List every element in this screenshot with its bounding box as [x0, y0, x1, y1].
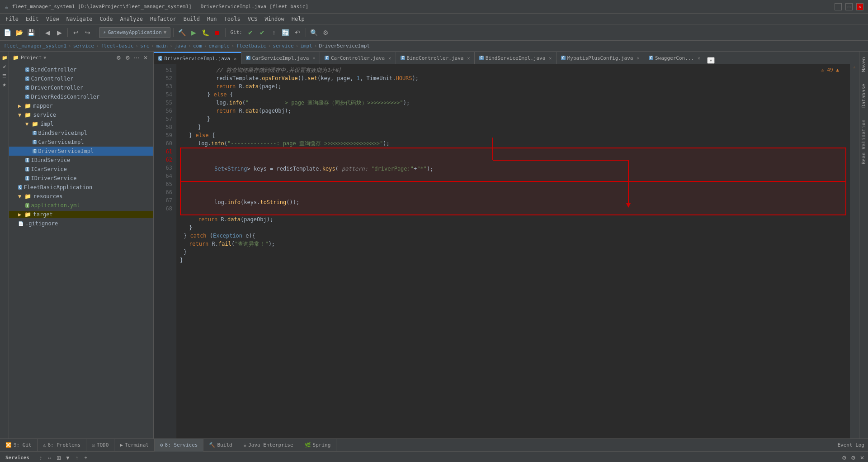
- bc-service2[interactable]: service: [273, 43, 293, 49]
- tab-SwaggerCon[interactable]: C SwaggerCon... ✕: [644, 52, 705, 64]
- menu-navigate[interactable]: Navigate: [63, 14, 96, 24]
- tree-FleetBasicApplication[interactable]: C FleetBasicApplication: [9, 183, 153, 192]
- menu-build[interactable]: Build: [180, 14, 203, 24]
- maximize-button[interactable]: ☐: [845, 3, 853, 10]
- code-editor-content[interactable]: ⚠ 49 ▲ // 将查询结果存储到缓存中,并设置有效期为1小时 redisTe…: [176, 64, 850, 438]
- svc-gear2[interactable]: ⚙: [849, 454, 857, 462]
- tree-IBindService[interactable]: I IBindService: [9, 156, 153, 165]
- btool-build[interactable]: 🔨 Build: [203, 439, 238, 452]
- btool-problems[interactable]: ⚠ 6: Problems: [38, 439, 86, 452]
- tree-ICarService[interactable]: I ICarService: [9, 165, 153, 174]
- menu-view[interactable]: View: [42, 14, 63, 24]
- project-close-btn[interactable]: ✕: [142, 54, 150, 62]
- tree-DriverController[interactable]: C DriverController: [9, 83, 153, 92]
- svc-grid-view[interactable]: ⊞: [55, 454, 63, 462]
- svc-collapse-all[interactable]: ↔: [46, 454, 54, 462]
- toolbar-debug-btn[interactable]: 🐛: [200, 27, 211, 38]
- tab-close-6[interactable]: ✕: [637, 56, 639, 61]
- svc-filter[interactable]: ▼: [64, 454, 72, 462]
- toolbar-forward[interactable]: ▶: [54, 27, 65, 38]
- git-update[interactable]: 🔄: [280, 27, 291, 38]
- toolbar-settings[interactable]: ⚙: [321, 27, 331, 38]
- bc-fleet-basic[interactable]: fleet-basic: [101, 43, 134, 49]
- bean-validation-tab[interactable]: Bean Validation: [860, 116, 868, 168]
- toolbar-new-file[interactable]: 📄: [2, 27, 13, 38]
- tree-DriverServiceImpl[interactable]: C DriverServiceImpl: [9, 147, 153, 156]
- tree-CarServiceImpl[interactable]: C CarServiceImpl: [9, 138, 153, 147]
- database-tab[interactable]: Database: [860, 80, 868, 111]
- btool-terminal[interactable]: ▶ Terminal: [114, 439, 155, 452]
- tree-gitignore[interactable]: 📄 .gitignore: [9, 219, 153, 228]
- svc-expand-all[interactable]: ↕: [37, 454, 45, 462]
- svc-add[interactable]: +: [82, 454, 90, 462]
- sidebar-project-icon[interactable]: 📁: [0, 53, 9, 62]
- tab-close-3[interactable]: ✕: [388, 56, 391, 61]
- menu-window[interactable]: Window: [261, 14, 288, 24]
- bc-java[interactable]: java: [175, 43, 187, 49]
- tree-application-yml[interactable]: Y application.yml: [9, 201, 153, 210]
- tree-target[interactable]: ▶ 📁 target: [9, 210, 153, 219]
- git-check2[interactable]: ✔: [257, 27, 268, 38]
- close-button[interactable]: ✕: [856, 3, 863, 10]
- tabs-overflow-btn[interactable]: ▾: [707, 57, 715, 64]
- menu-run[interactable]: Run: [203, 14, 221, 24]
- toolbar-run-btn[interactable]: ▶: [188, 27, 199, 38]
- btool-services[interactable]: ⚙ 8: Services: [155, 439, 203, 452]
- bc-example[interactable]: example: [208, 43, 229, 49]
- tree-BindServiceImpl[interactable]: C BindServiceImpl: [9, 129, 153, 138]
- tab-close-4[interactable]: ✕: [467, 56, 470, 61]
- menu-edit[interactable]: Edit: [22, 14, 42, 24]
- toolbar-save[interactable]: 💾: [25, 27, 36, 38]
- tree-resources[interactable]: ▼ 📁 resources: [9, 192, 153, 201]
- tree-service-folder[interactable]: ▼ 📁 service: [9, 110, 153, 119]
- toolbar-redo[interactable]: ↪: [82, 27, 93, 38]
- tab-CarServiceImpl[interactable]: C CarServiceImpl.java ✕: [241, 52, 320, 64]
- menu-tools[interactable]: Tools: [221, 14, 244, 24]
- bc-root[interactable]: fleet_manager_system1: [4, 43, 66, 49]
- toolbar-open[interactable]: 📂: [14, 27, 24, 38]
- tab-close-5[interactable]: ✕: [549, 56, 552, 61]
- run-config-selector[interactable]: ⚡ GatewayApplication ▼: [99, 27, 170, 38]
- tree-IDriverService[interactable]: I IDriverService: [9, 174, 153, 183]
- bc-service[interactable]: service: [73, 43, 94, 49]
- tree-mapper[interactable]: ▶ 📁 mapper: [9, 101, 153, 110]
- git-checkmark[interactable]: ✔: [245, 27, 256, 38]
- toolbar-search[interactable]: 🔍: [309, 27, 320, 38]
- sidebar-structure-icon[interactable]: ☰: [0, 71, 9, 80]
- svc-close[interactable]: ✕: [858, 454, 866, 462]
- project-sync-btn[interactable]: ⚙: [114, 54, 123, 62]
- menu-code[interactable]: Code: [96, 14, 117, 24]
- toolbar-undo[interactable]: ↩: [71, 27, 81, 38]
- bc-com[interactable]: com: [193, 43, 202, 49]
- menu-vcs[interactable]: VCS: [244, 14, 261, 24]
- tab-MybatisPlusConfig[interactable]: C MybatisPlusConfig.java ✕: [557, 52, 644, 64]
- git-revert[interactable]: ↶: [292, 27, 303, 38]
- tab-close-7[interactable]: ✕: [698, 56, 700, 61]
- menu-analyze[interactable]: Analyze: [116, 14, 146, 24]
- tree-impl-folder[interactable]: ▼ 📁 impl: [9, 119, 153, 129]
- minimize-button[interactable]: –: [835, 3, 842, 10]
- svc-up[interactable]: ↑: [73, 454, 81, 462]
- tab-CarController[interactable]: C CarController.java ✕: [320, 52, 396, 64]
- tree-BindController[interactable]: C BindController: [9, 65, 153, 74]
- sidebar-favorites-icon[interactable]: ★: [0, 81, 9, 89]
- tab-DriverServiceImpl[interactable]: C DriverServiceImpl.java ✕: [154, 52, 241, 64]
- project-settings-btn[interactable]: ⋯: [132, 54, 141, 62]
- bc-fleetbasic[interactable]: fleetbasic: [236, 43, 266, 49]
- tab-close-2[interactable]: ✕: [312, 56, 315, 61]
- btool-spring[interactable]: 🌿 Spring: [299, 439, 337, 452]
- tab-BindController[interactable]: C BindController.java ✕: [396, 52, 475, 64]
- tree-DriverRedisController[interactable]: C DriverRedisController: [9, 92, 153, 101]
- tree-CarController[interactable]: C CarController: [9, 74, 153, 83]
- bc-src[interactable]: src: [140, 43, 149, 49]
- btool-todo[interactable]: ☑ TODO: [86, 439, 114, 452]
- event-log-btn[interactable]: Event Log: [834, 442, 868, 448]
- svc-settings[interactable]: ⚙: [840, 454, 848, 462]
- btool-java-enterprise[interactable]: ☕ Java Enterprise: [238, 439, 299, 452]
- maven-tab[interactable]: Maven: [860, 53, 868, 76]
- project-gear-btn[interactable]: ⚙: [123, 54, 132, 62]
- git-push[interactable]: ↑: [269, 27, 279, 38]
- tab-BindServiceImpl[interactable]: C BindServiceImpl.java ✕: [475, 52, 557, 64]
- menu-refactor[interactable]: Refactor: [146, 14, 180, 24]
- menu-file[interactable]: File: [2, 14, 22, 24]
